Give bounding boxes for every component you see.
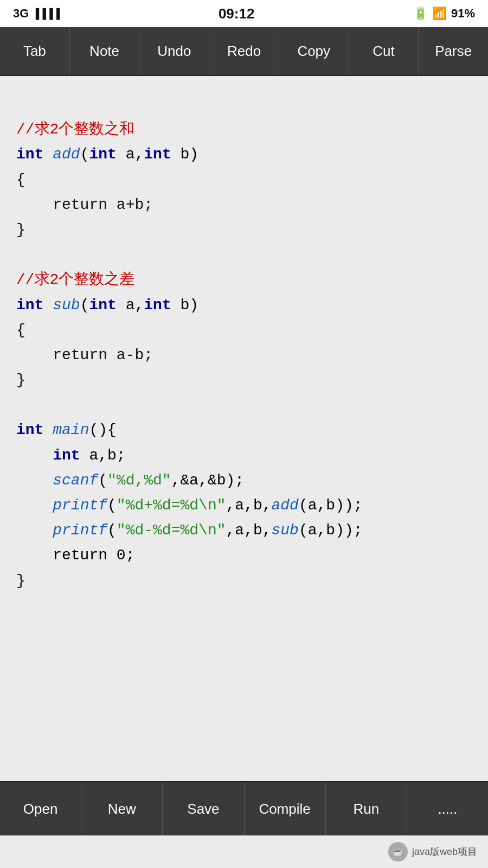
wifi-icon: 📶 — [432, 7, 447, 21]
copy-button[interactable]: Copy — [279, 27, 349, 75]
network-signal: 3G — [13, 7, 29, 21]
watermark-bar: ☕ java版web项目 — [0, 835, 488, 868]
battery-icon: 🔋 — [413, 7, 428, 21]
run-button[interactable]: Run — [326, 782, 407, 835]
time-display: 09:12 — [219, 5, 255, 22]
cut-button[interactable]: Cut — [349, 27, 419, 75]
save-button[interactable]: Save — [163, 782, 244, 835]
more-button[interactable]: ..... — [407, 782, 488, 835]
compile-button[interactable]: Compile — [245, 782, 326, 835]
status-left: 3G ▐▐▐▐ — [13, 7, 60, 21]
note-button[interactable]: Note — [70, 27, 140, 75]
open-button[interactable]: Open — [0, 782, 81, 835]
code-editor[interactable]: //求2个整数之和 int add(int a,int b) { return … — [0, 76, 488, 781]
status-bar: 3G ▐▐▐▐ 09:12 🔋 📶 91% — [0, 0, 488, 27]
top-toolbar: Tab Note Undo Redo Copy Cut Parse — [0, 27, 488, 76]
status-right: 🔋 📶 91% — [413, 7, 475, 21]
undo-button[interactable]: Undo — [139, 27, 209, 75]
new-button[interactable]: New — [81, 782, 163, 835]
bottom-toolbar: Open New Save Compile Run ..... — [0, 781, 488, 835]
watermark-icon: ☕ — [388, 842, 408, 861]
parse-button[interactable]: Parse — [419, 27, 488, 75]
watermark-text: java版web项目 — [412, 845, 477, 858]
battery-percent: 91% — [451, 7, 475, 21]
redo-button[interactable]: Redo — [209, 27, 279, 75]
code-content: //求2个整数之和 int add(int a,int b) { return … — [16, 92, 472, 618]
tab-button[interactable]: Tab — [0, 27, 70, 75]
signal-bars: ▐▐▐▐ — [32, 8, 60, 20]
